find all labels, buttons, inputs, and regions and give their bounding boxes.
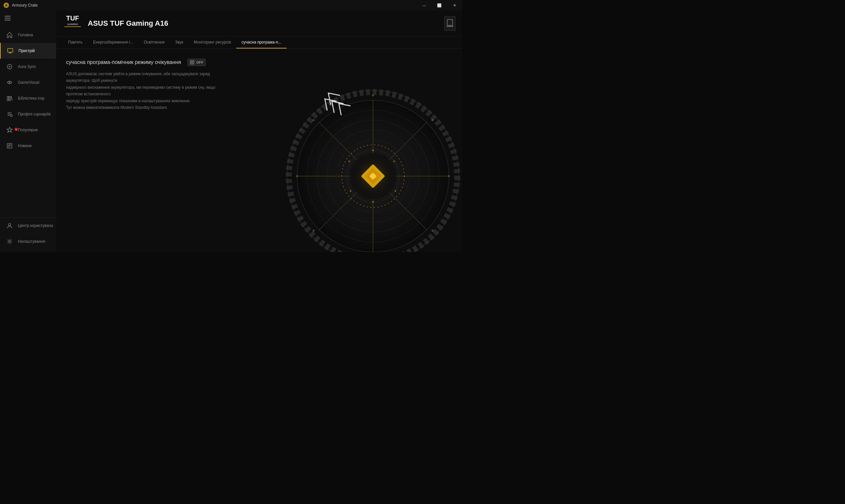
- sidebar-nav: Головна Пристрій: [0, 26, 56, 217]
- device-name: ASUS TUF Gaming A16: [88, 19, 168, 28]
- laptop-icon: [446, 19, 453, 28]
- sidebar-bottom: Центр користувача Налаштування: [0, 217, 56, 252]
- svg-point-45: [448, 175, 450, 177]
- tab-modern-standby[interactable]: сучасна програма-п...: [236, 37, 287, 49]
- svg-rect-17: [64, 26, 81, 27]
- close-button[interactable]: ✕: [447, 0, 462, 11]
- sidebar-item-label-settings: Налаштування: [18, 239, 45, 244]
- sidebar-item-user-center[interactable]: Центр користувача: [0, 218, 56, 234]
- svg-point-38: [393, 161, 395, 162]
- sidebar-item-popular[interactable]: N Популярне: [0, 122, 56, 138]
- modern-standby-toggle[interactable]: OFF: [188, 59, 206, 66]
- window-controls: — ⬜ ✕: [417, 0, 462, 11]
- svg-point-14: [8, 240, 11, 242]
- tabs-bar: Пам'ять Енергозбереження г... Освітлення…: [56, 37, 462, 49]
- sidebar-item-news[interactable]: Новини: [0, 138, 56, 154]
- svg-text:TUF: TUF: [66, 15, 79, 22]
- svg-rect-35: [365, 168, 382, 185]
- sidebar-item-library[interactable]: Бібліотека ігор: [0, 90, 56, 106]
- svg-point-32: [350, 153, 396, 199]
- sidebar-item-label-device: Пристрій: [18, 49, 35, 53]
- sidebar-item-device[interactable]: Пристрій: [0, 43, 56, 59]
- toggle-indicator: [190, 60, 194, 65]
- sidebar-item-scenarios[interactable]: Профілі сценаріїв: [0, 106, 56, 122]
- svg-rect-36: [369, 173, 377, 180]
- app-icon: A: [3, 2, 9, 8]
- titlebar: A Armoury Crate — ⬜ ✕: [0, 0, 462, 11]
- sidebar-item-gamevisual[interactable]: GameVisual: [0, 74, 56, 90]
- scenarios-icon: [5, 109, 15, 119]
- svg-point-50: [313, 119, 315, 121]
- svg-point-39: [395, 190, 397, 192]
- svg-point-48: [313, 230, 315, 232]
- sidebar-item-settings[interactable]: Налаштування: [0, 234, 56, 249]
- svg-point-37: [372, 150, 374, 151]
- library-icon: [5, 93, 15, 103]
- svg-rect-34: [361, 164, 385, 188]
- device-view-button[interactable]: [444, 16, 456, 31]
- hamburger-icon: [5, 16, 11, 20]
- tab-sound[interactable]: Звук: [170, 37, 189, 49]
- svg-point-33: [352, 155, 394, 198]
- sidebar-item-aura[interactable]: Aura Sync: [0, 59, 56, 74]
- svg-text:A: A: [5, 4, 7, 7]
- svg-point-21: [297, 100, 449, 252]
- popular-icon: N: [5, 125, 15, 135]
- content-header: TUF GAMING ASUS TUF Gaming A16: [56, 11, 462, 37]
- svg-point-44: [432, 119, 434, 121]
- svg-rect-5: [7, 49, 13, 52]
- tuf-wheel-decoration: [277, 74, 462, 252]
- tab-power[interactable]: Енергозбереження г...: [88, 37, 138, 49]
- settings-icon: [5, 236, 15, 246]
- svg-point-7: [8, 66, 11, 68]
- user-center-icon: [5, 221, 15, 231]
- svg-point-30: [347, 150, 399, 202]
- toggle-label: OFF: [196, 60, 203, 64]
- gamevisual-icon: [5, 77, 15, 87]
- svg-point-43: [372, 94, 374, 96]
- tab-lighting[interactable]: Освітлення: [138, 37, 170, 49]
- svg-rect-18: [447, 19, 453, 25]
- sidebar-item-label-scenarios: Профілі сценаріїв: [18, 112, 51, 116]
- svg-point-29: [337, 140, 409, 212]
- sidebar-item-label-popular: Популярне: [18, 128, 38, 132]
- svg-point-40: [372, 201, 374, 203]
- svg-rect-2: [5, 16, 11, 17]
- popular-badge: N: [15, 128, 18, 131]
- svg-line-24: [319, 122, 427, 230]
- sidebar-item-label-gamevisual: GameVisual: [18, 80, 39, 85]
- feature-description: ASUS допомагає системі увійти в режим оч…: [66, 71, 231, 111]
- sidebar-item-label-aura: Aura Sync: [18, 64, 36, 69]
- news-icon: [5, 141, 15, 151]
- sidebar-item-label-library: Бібліотека ігор: [18, 96, 45, 101]
- svg-text:GAMING: GAMING: [67, 23, 78, 26]
- header-right: [444, 16, 456, 31]
- svg-point-42: [349, 161, 350, 162]
- svg-rect-3: [5, 18, 11, 18]
- svg-point-46: [432, 230, 434, 232]
- sidebar-item-label-home: Головна: [18, 33, 33, 37]
- tuf-gaming-logo: TUF GAMING: [63, 15, 83, 32]
- main-content: сучасна програма-помічник режиму очікува…: [56, 49, 462, 252]
- svg-rect-4: [5, 20, 11, 20]
- svg-point-26: [307, 110, 439, 242]
- svg-line-25: [319, 122, 427, 230]
- minimize-button[interactable]: —: [417, 0, 432, 11]
- svg-point-20: [289, 92, 457, 252]
- tab-monitor[interactable]: Моніторинг ресурсів: [189, 37, 236, 49]
- home-icon: [5, 30, 15, 40]
- menu-toggle-button[interactable]: [0, 11, 15, 26]
- device-icon: [5, 46, 15, 56]
- svg-rect-9: [7, 96, 8, 101]
- feature-title-text: сучасна програма-помічник режиму очікува…: [66, 59, 181, 65]
- tab-memory[interactable]: Пам'ять: [63, 37, 88, 49]
- app-body: Головна Пристрій: [0, 11, 462, 252]
- svg-point-27: [317, 120, 429, 232]
- content-area: TUF GAMING ASUS TUF Gaming A16 Пам'ять Е…: [56, 11, 462, 252]
- svg-point-49: [296, 175, 298, 177]
- svg-point-19: [287, 90, 459, 252]
- sidebar-item-label-user-center: Центр користувача: [18, 223, 53, 228]
- sidebar-item-home[interactable]: Головна: [0, 27, 56, 43]
- maximize-button[interactable]: ⬜: [432, 0, 447, 11]
- titlebar-title: Armoury Crate: [12, 3, 38, 7]
